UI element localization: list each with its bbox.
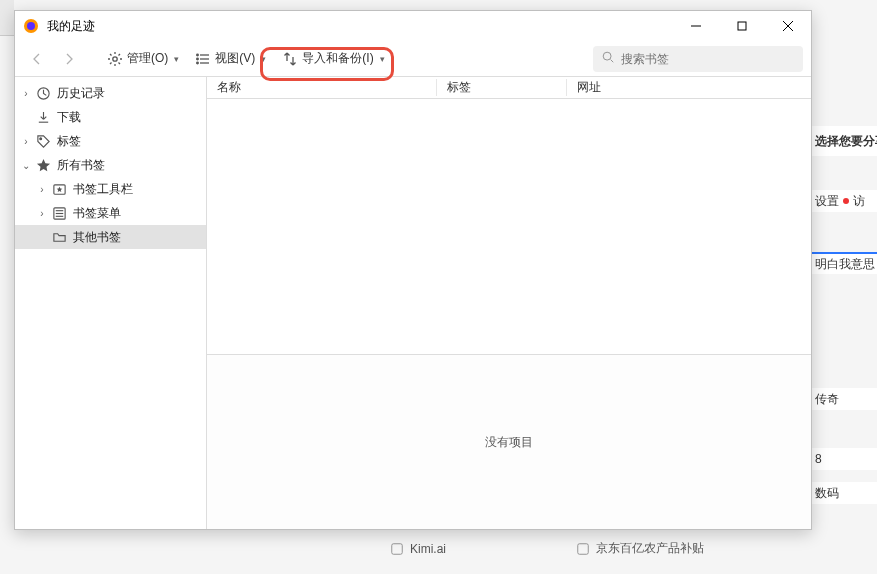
tree-all-bookmarks[interactable]: ⌄ 所有书签 (15, 153, 206, 177)
tree-bookmarks-menu[interactable]: › 书签菜单 (15, 201, 206, 225)
bg-share-text: 选择您要分享 (811, 126, 877, 156)
bookmarks-menu-icon (51, 205, 67, 221)
col-name[interactable]: 名称 (207, 79, 437, 96)
svg-rect-1 (578, 543, 589, 554)
col-url[interactable]: 网址 (567, 79, 811, 96)
expand-twisty[interactable]: › (19, 86, 33, 100)
chevron-down-icon: ▾ (380, 54, 385, 64)
expand-twisty[interactable]: › (35, 182, 49, 196)
detail-pane: 没有项目 (207, 354, 811, 529)
svg-point-14 (197, 62, 199, 64)
download-icon (35, 109, 51, 125)
expand-twisty[interactable]: › (35, 206, 49, 220)
background-browser-tab (0, 0, 14, 36)
svg-point-15 (603, 52, 611, 60)
tree-label: 书签菜单 (73, 205, 121, 222)
window-title: 我的足迹 (47, 18, 673, 35)
arrow-left-icon (29, 51, 45, 67)
tag-icon (35, 133, 51, 149)
blank-twisty (19, 110, 33, 124)
maximize-button[interactable] (719, 11, 765, 41)
manage-label: 管理(O) (127, 50, 168, 67)
close-button[interactable] (765, 11, 811, 41)
gear-icon (107, 51, 123, 67)
titlebar: 我的足迹 (15, 11, 811, 41)
tree-label: 标签 (57, 133, 81, 150)
chevron-down-icon: ▾ (261, 54, 266, 64)
search-input[interactable] (621, 52, 795, 66)
list-icon (195, 51, 211, 67)
svg-point-18 (39, 137, 41, 139)
import-export-icon (282, 51, 298, 67)
tree-label: 下载 (57, 109, 81, 126)
bookmarks-toolbar-icon (51, 181, 67, 197)
main-panel: 名称 标签 网址 没有项目 (207, 77, 811, 529)
collapse-twisty[interactable]: ⌄ (19, 158, 33, 172)
bg-bottom-links: Kimi.ai 京东百亿农产品补贴 (390, 540, 704, 557)
svg-rect-0 (392, 543, 403, 554)
folder-icon (51, 229, 67, 245)
column-headers[interactable]: 名称 标签 网址 (207, 77, 811, 99)
tree-label: 所有书签 (57, 157, 105, 174)
body: › 历史记录 下载 › 标签 ⌄ 所有书签 › (15, 77, 811, 529)
col-tag[interactable]: 标签 (437, 79, 567, 96)
bookmark-list[interactable] (207, 99, 811, 354)
svg-point-8 (113, 56, 117, 60)
tree-bookmarks-toolbar[interactable]: › 书签工具栏 (15, 177, 206, 201)
empty-state-text: 没有项目 (485, 434, 533, 451)
svg-point-3 (27, 22, 35, 30)
bg-digital-text: 数码 (811, 482, 877, 504)
minimize-button[interactable] (673, 11, 719, 41)
firefox-icon (23, 18, 39, 34)
tree-other-bookmarks[interactable]: 其他书签 (15, 225, 206, 249)
tree-tags[interactable]: › 标签 (15, 129, 206, 153)
view-menu[interactable]: 视图(V) ▾ (189, 46, 272, 71)
blank-twisty (35, 230, 49, 244)
svg-rect-5 (738, 22, 746, 30)
star-icon (35, 157, 51, 173)
view-label: 视图(V) (215, 50, 255, 67)
arrow-right-icon (61, 51, 77, 67)
library-window: 我的足迹 管理(O) ▾ 视图(V) ▾ 导入和备份(I) ▾ (14, 10, 812, 530)
bg-mind-text: 明白我意思 (811, 252, 877, 274)
toolbar: 管理(O) ▾ 视图(V) ▾ 导入和备份(I) ▾ (15, 41, 811, 77)
bg-settings-text: 设置访 (811, 190, 877, 212)
search-icon (601, 50, 621, 67)
import-backup-menu[interactable]: 导入和备份(I) ▾ (276, 46, 390, 71)
forward-button[interactable] (55, 47, 83, 71)
tree-label: 书签工具栏 (73, 181, 133, 198)
svg-point-13 (197, 58, 199, 60)
tree-label: 历史记录 (57, 85, 105, 102)
clock-icon (35, 85, 51, 101)
sidebar-tree[interactable]: › 历史记录 下载 › 标签 ⌄ 所有书签 › (15, 77, 207, 529)
svg-line-16 (611, 60, 614, 63)
bg-legend-text: 传奇 (811, 388, 877, 410)
tree-history[interactable]: › 历史记录 (15, 81, 206, 105)
expand-twisty[interactable]: › (19, 134, 33, 148)
tree-label: 其他书签 (73, 229, 121, 246)
chevron-down-icon: ▾ (174, 54, 179, 64)
tree-downloads[interactable]: 下载 (15, 105, 206, 129)
search-box[interactable] (593, 46, 803, 72)
import-backup-label: 导入和备份(I) (302, 50, 373, 67)
back-button[interactable] (23, 47, 51, 71)
manage-menu[interactable]: 管理(O) ▾ (101, 46, 185, 71)
window-controls (673, 11, 811, 41)
svg-point-12 (197, 54, 199, 56)
bg-eight-text: 8 (811, 448, 877, 470)
